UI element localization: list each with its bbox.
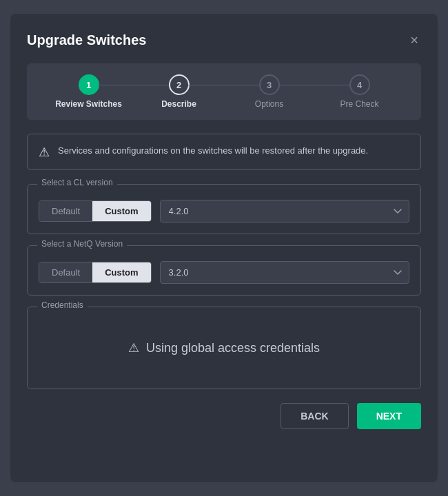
stepper: 1 Review Switches 2 Describe 3 Options 4… (27, 63, 421, 120)
step-3: 3 Options (224, 74, 314, 109)
netq-version-select[interactable]: 3.2.0 3.1.0 3.0.0 (160, 261, 409, 284)
credentials-warning-icon: ⚠ (128, 340, 139, 355)
netq-default-button[interactable]: Default (39, 262, 92, 282)
netq-version-toggle: Default Custom (39, 262, 152, 283)
modal-footer: BACK NEXT (27, 403, 421, 429)
modal-header: Upgrade Switches × (27, 30, 421, 50)
step-2: 2 Describe (134, 74, 224, 109)
step-1-label: Review Switches (55, 99, 122, 109)
back-button[interactable]: BACK (281, 403, 348, 429)
cl-version-section: Select a CL version Default Custom 4.2.0… (27, 184, 421, 234)
cl-custom-button[interactable]: Custom (92, 201, 150, 221)
upgrade-switches-modal: Upgrade Switches × 1 Review Switches 2 D… (10, 14, 438, 482)
step-1-circle: 1 (79, 74, 99, 95)
step-2-label: Describe (161, 99, 196, 109)
credentials-label: Credentials (37, 300, 88, 310)
close-button[interactable]: × (407, 30, 421, 50)
step-4-label: Pre Check (340, 99, 378, 109)
warning-icon: ⚠ (39, 145, 50, 160)
step-3-circle: 3 (259, 74, 280, 95)
cl-version-toggle: Default Custom (39, 200, 152, 222)
step-3-label: Options (255, 99, 283, 109)
cl-version-select[interactable]: 4.2.0 4.1.0 4.0.0 (160, 200, 409, 223)
step-4-circle: 4 (349, 74, 370, 95)
step-2-circle: 2 (169, 74, 190, 95)
step-4: 4 Pre Check (314, 74, 405, 109)
next-button[interactable]: NEXT (357, 403, 421, 429)
alert-box: ⚠ Services and configurations on the swi… (27, 134, 421, 170)
step-1: 1 Review Switches (43, 74, 134, 109)
credentials-section: Credentials ⚠ Using global access creden… (27, 307, 421, 389)
alert-text: Services and configurations on the switc… (58, 144, 368, 158)
cl-default-button[interactable]: Default (39, 201, 92, 221)
netq-version-content: Default Custom 3.2.0 3.1.0 3.0.0 (39, 261, 409, 284)
credentials-message: Using global access credentials (146, 341, 320, 355)
netq-version-section: Select a NetQ Version Default Custom 3.2… (27, 245, 421, 296)
cl-version-label: Select a CL version (37, 178, 117, 187)
netq-version-label: Select a NetQ Version (37, 239, 127, 249)
cl-version-content: Default Custom 4.2.0 4.1.0 4.0.0 (39, 200, 409, 223)
netq-custom-button[interactable]: Custom (92, 262, 150, 282)
credentials-text: ⚠ Using global access credentials (128, 340, 320, 355)
modal-title: Upgrade Switches (27, 32, 146, 48)
